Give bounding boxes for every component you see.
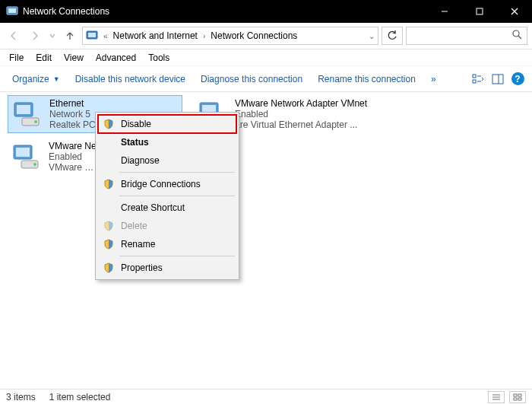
svg-rect-11 [473,80,476,83]
app-icon [6,5,18,17]
menu-tools[interactable]: Tools [142,51,176,65]
folder-icon [86,29,98,43]
address-bar[interactable]: « Network and Internet › Network Connect… [82,27,378,45]
up-button[interactable] [61,27,79,45]
ctx-create-shortcut[interactable]: Create Shortcut [98,199,236,217]
svg-rect-25 [16,148,30,157]
svg-point-19 [34,120,37,123]
nav-bar: « Network and Internet › Network Connect… [0,23,532,49]
menu-file[interactable]: File [3,51,30,65]
menu-view[interactable]: View [58,51,90,65]
ctx-delete: Delete [98,217,236,235]
svg-rect-14 [492,75,503,84]
status-bar: 3 items 1 item selected [0,389,532,404]
svg-rect-31 [514,394,517,396]
adapter-item-vmnet8[interactable]: VMware Net Enabled VMware Virt [8,138,99,176]
close-button[interactable] [497,0,532,23]
cmd-disable-device[interactable]: Disable this network device [68,71,193,87]
adapter-status: Enabled [235,109,367,119]
refresh-button[interactable] [382,27,403,45]
svg-point-27 [33,163,36,166]
details-view-button[interactable] [488,391,505,403]
context-menu: Disable Status Diagnose Bridge Connectio… [95,112,239,280]
back-button[interactable] [5,27,23,45]
ctx-diagnose[interactable]: Diagnose [98,151,236,170]
ctx-bridge[interactable]: Bridge Connections [98,175,236,193]
maximize-button[interactable] [462,0,497,23]
shield-icon [101,221,116,231]
title-bar: Network Connections [0,0,532,23]
ctx-properties[interactable]: Properties [98,259,236,277]
shield-icon [101,179,116,189]
shield-icon [101,239,116,250]
chevron-icon: « [103,32,108,40]
menu-edit[interactable]: Edit [30,51,58,65]
preview-pane-button[interactable] [488,69,508,89]
adapter-name: Ethernet [49,98,103,109]
command-bar: Organize▼ Disable this network device Di… [0,66,532,92]
breadcrumb-part[interactable]: Network Connections [211,30,297,41]
selection-count: 1 item selected [49,392,111,402]
ctx-disable[interactable]: Disable [98,115,236,133]
content-area: Ethernet Network 5 Realtek PCIe VMware N… [0,92,532,389]
view-options-button[interactable] [468,69,488,89]
network-adapter-icon [9,141,46,173]
cmd-rename[interactable]: Rename this connection [310,71,423,87]
menu-bar: File Edit View Advanced Tools [0,49,532,66]
item-count: 3 items [6,392,36,402]
svg-rect-34 [518,398,521,400]
svg-point-8 [513,30,519,37]
separator [119,172,235,173]
forward-button[interactable] [26,27,44,45]
shield-icon [101,119,116,129]
svg-rect-7 [88,33,96,37]
chevron-down-icon: ▼ [53,75,60,83]
network-adapter-icon [10,98,46,130]
adapter-device: VMware Virt [49,162,97,173]
recent-button[interactable] [47,27,58,45]
svg-rect-10 [473,75,476,78]
separator [119,196,235,196]
minimize-button[interactable] [427,0,462,23]
svg-line-9 [518,36,521,39]
breadcrumb-part[interactable]: Network and Internet [113,30,198,41]
window-title: Network Connections [23,6,427,17]
icons-view-button[interactable] [509,391,526,403]
svg-rect-17 [17,105,30,114]
menu-advanced[interactable]: Advanced [90,51,142,65]
svg-rect-32 [518,394,521,396]
separator [119,256,235,256]
ctx-rename[interactable]: Rename [98,235,236,253]
help-button[interactable]: ? [508,69,527,89]
search-input[interactable] [406,27,527,45]
adapter-device: are Virtual Ethernet Adapter ... [235,119,367,130]
svg-rect-3 [477,8,483,14]
ctx-status[interactable]: Status [98,133,236,151]
shield-icon [101,262,116,273]
cmd-organize[interactable]: Organize▼ [5,71,68,87]
adapter-name: VMware Network Adapter VMnet1 [235,98,367,109]
cmd-diagnose[interactable]: Diagnose this connection [193,71,310,87]
svg-rect-33 [514,398,517,400]
adapter-name: VMware Net [49,141,97,151]
chevron-right-icon: › [203,32,205,40]
address-dropdown-icon[interactable]: ⌄ [369,32,375,40]
adapter-status: Enabled [49,151,97,162]
search-icon [512,30,522,42]
cmd-more[interactable]: » [423,71,444,87]
svg-rect-1 [8,8,16,13]
